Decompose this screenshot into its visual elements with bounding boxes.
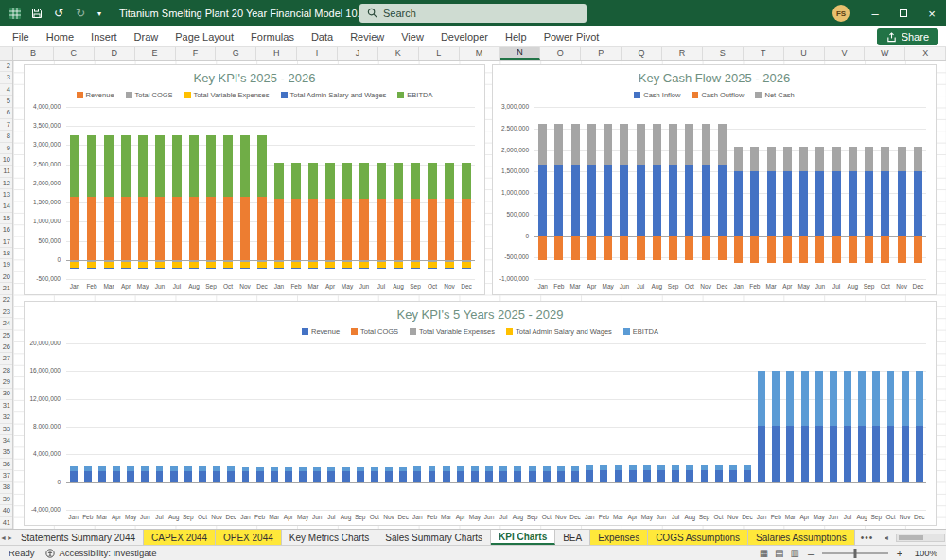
row-header-24[interactable]: 24: [0, 318, 12, 329]
ribbon-tab-formulas[interactable]: Formulas: [242, 26, 303, 46]
sheet-tab-opex-2044[interactable]: OPEX 2044: [216, 530, 282, 545]
ribbon-tab-developer[interactable]: Developer: [432, 26, 497, 46]
row-header-22[interactable]: 22: [0, 295, 12, 306]
sheet-nav-right-icon[interactable]: ►: [7, 530, 13, 545]
column-header-t[interactable]: T: [744, 47, 784, 60]
avatar[interactable]: FS: [832, 5, 850, 22]
row-header-21[interactable]: 21: [0, 283, 12, 294]
qat-customize-chevron-icon[interactable]: ▾: [94, 4, 105, 23]
row-header-15[interactable]: 15: [0, 213, 12, 224]
save-icon[interactable]: [28, 4, 45, 23]
row-header-3[interactable]: 3: [0, 72, 12, 83]
restore-button[interactable]: [889, 0, 918, 26]
zoom-level[interactable]: 100%: [911, 548, 937, 558]
search-box[interactable]: [359, 4, 587, 23]
close-button[interactable]: ×: [918, 0, 946, 26]
sheet-nav-left-icon[interactable]: ◄: [0, 530, 7, 545]
row-header-13[interactable]: 13: [0, 189, 12, 201]
sheet-grid[interactable]: Key KPI's 2025 - 2026 RevenueTotal COGST…: [13, 61, 946, 529]
row-header-41[interactable]: 41: [0, 517, 12, 529]
sheet-tab-salaries-assumptions[interactable]: Salaries Assumptions: [748, 530, 855, 545]
column-header-b[interactable]: B: [13, 47, 54, 60]
sheet-tab-cogs-assumptions[interactable]: COGS Assumptions: [648, 530, 748, 545]
sheet-tab-expenses[interactable]: Expenses: [590, 530, 648, 545]
sheet-tab-kpi-charts[interactable]: KPI Charts: [491, 530, 555, 545]
chart-key-cash-flow-2025-2026[interactable]: Key Cash Flow 2025 - 2026 Cash InflowCas…: [492, 64, 937, 295]
row-header-26[interactable]: 26: [0, 341, 12, 353]
row-header-25[interactable]: 25: [0, 330, 12, 341]
redo-icon[interactable]: ↻: [72, 4, 89, 23]
chart-key-kpis-5-years-2025-2029[interactable]: Key KPI's 5 Years 2025 - 2029 RevenueTot…: [24, 301, 937, 526]
row-header-20[interactable]: 20: [0, 271, 12, 283]
row-header-38[interactable]: 38: [0, 482, 12, 494]
row-header-7[interactable]: 7: [0, 119, 12, 131]
row-header-4[interactable]: 4: [0, 84, 12, 96]
column-header-l[interactable]: L: [419, 47, 460, 60]
row-header-36[interactable]: 36: [0, 459, 12, 470]
ribbon-tab-draw[interactable]: Draw: [126, 26, 167, 46]
row-header-16[interactable]: 16: [0, 224, 12, 236]
sheet-tab-capex-2044[interactable]: CAPEX 2044: [144, 530, 216, 545]
zoom-slider[interactable]: [822, 552, 888, 554]
h-scrollbar-track[interactable]: [896, 534, 945, 542]
zoom-in-button[interactable]: +: [895, 548, 904, 559]
column-header-p[interactable]: P: [581, 47, 622, 60]
chart-key-kpis-2025-2026[interactable]: Key KPI's 2025 - 2026 RevenueTotal COGST…: [24, 64, 485, 295]
column-header-w[interactable]: W: [865, 47, 905, 60]
undo-icon[interactable]: ↺: [50, 4, 67, 23]
ribbon-tab-review[interactable]: Review: [342, 26, 393, 46]
row-header-32[interactable]: 32: [0, 411, 12, 423]
ribbon-tab-home[interactable]: Home: [38, 26, 82, 46]
column-header-d[interactable]: D: [95, 47, 135, 60]
minimize-button[interactable]: –: [861, 0, 889, 26]
column-header-x[interactable]: X: [905, 47, 946, 60]
more-sheets-button[interactable]: •••: [855, 530, 880, 545]
row-header-14[interactable]: 14: [0, 201, 12, 213]
ribbon-tab-help[interactable]: Help: [497, 26, 535, 46]
row-header-35[interactable]: 35: [0, 446, 12, 458]
sheet-tab-bea[interactable]: BEA: [555, 530, 590, 545]
row-header-31[interactable]: 31: [0, 400, 12, 411]
search-input[interactable]: [383, 8, 563, 19]
column-header-s[interactable]: S: [703, 47, 744, 60]
page-layout-view-icon[interactable]: ▤: [775, 548, 783, 558]
ribbon-tab-power-pivot[interactable]: Power Pivot: [535, 26, 608, 46]
sheet-tab-key-metrics-charts[interactable]: Key Metrics Charts: [282, 530, 377, 545]
row-header-37[interactable]: 37: [0, 470, 12, 481]
excel-app-icon[interactable]: [7, 4, 24, 23]
ribbon-tab-data[interactable]: Data: [303, 26, 342, 46]
row-header-10[interactable]: 10: [0, 154, 12, 166]
row-header-18[interactable]: 18: [0, 248, 12, 259]
column-header-g[interactable]: G: [216, 47, 256, 60]
zoom-slider-thumb[interactable]: [854, 549, 857, 558]
page-break-view-icon[interactable]: ▥: [791, 548, 799, 558]
sheet-tab-sales-summary-charts[interactable]: Sales Summary Charts: [377, 530, 491, 545]
row-header-34[interactable]: 34: [0, 435, 12, 446]
row-header-29[interactable]: 29: [0, 376, 12, 388]
row-header-27[interactable]: 27: [0, 353, 12, 364]
ribbon-tab-file[interactable]: File: [4, 26, 38, 46]
column-header-f[interactable]: F: [176, 47, 217, 60]
row-header-19[interactable]: 19: [0, 259, 12, 271]
column-header-j[interactable]: J: [338, 47, 378, 60]
column-header-q[interactable]: Q: [622, 47, 662, 60]
sheet-tab-statements-summary-2044[interactable]: Statements Summary 2044: [13, 530, 144, 545]
row-header-12[interactable]: 12: [0, 178, 12, 189]
row-header-2[interactable]: 2: [0, 61, 12, 72]
column-header-u[interactable]: U: [784, 47, 825, 60]
column-header-h[interactable]: H: [256, 47, 297, 60]
column-header-c[interactable]: C: [54, 47, 95, 60]
column-header-m[interactable]: M: [460, 47, 500, 60]
row-header-39[interactable]: 39: [0, 494, 12, 505]
ribbon-tab-insert[interactable]: Insert: [82, 26, 126, 46]
row-header-5[interactable]: 5: [0, 96, 12, 107]
zoom-out-button[interactable]: –: [806, 548, 815, 559]
column-header-i[interactable]: I: [297, 47, 338, 60]
select-all-corner[interactable]: [0, 47, 13, 60]
column-header-v[interactable]: V: [825, 47, 866, 60]
row-header-40[interactable]: 40: [0, 505, 12, 516]
row-header-23[interactable]: 23: [0, 306, 12, 318]
ribbon-tab-view[interactable]: View: [393, 26, 432, 46]
row-header-30[interactable]: 30: [0, 389, 12, 400]
h-scrollbar-thumb[interactable]: [899, 535, 923, 540]
